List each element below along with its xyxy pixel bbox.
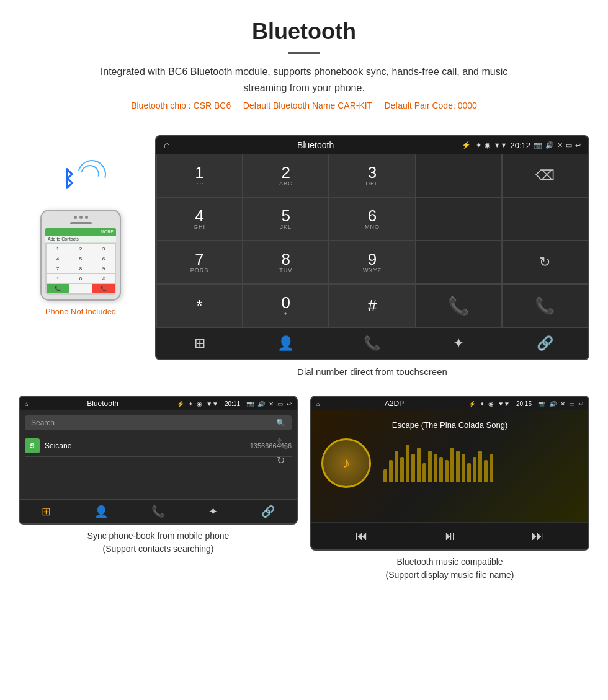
bt-wave-2 [73, 155, 112, 194]
prev-icon[interactable]: ⏮ [355, 529, 368, 543]
play-pause-icon[interactable]: ⏯ [444, 529, 456, 543]
phone-key-3[interactable]: 3 [92, 244, 115, 254]
pb-caption-line2: (Support contacts searching) [103, 544, 214, 554]
music-back-icon[interactable]: ↩ [578, 401, 583, 407]
dial-key-star[interactable]: * [156, 284, 243, 327]
music-caption-line2: (Support display music file name) [386, 570, 514, 580]
location-icon: ◉ [485, 141, 491, 149]
eq-bar [389, 460, 393, 482]
pb-phone-icon[interactable]: 📞 [151, 505, 165, 518]
phone-column: ᛒ MORE Add to Contacts 1 2 3 4 5 6 [19, 135, 143, 316]
phone-key-4[interactable]: 4 [47, 254, 69, 264]
phone-key-1[interactable]: 1 [47, 244, 69, 254]
pb-caption-line1: Sync phone-book from mobile phone [87, 531, 230, 541]
phone-dot-2 [79, 216, 83, 219]
phone-device: MORE Add to Contacts 1 2 3 4 5 6 7 8 9 *… [40, 210, 121, 301]
phone-key-9[interactable]: 9 [92, 264, 115, 273]
dial-refresh[interactable]: ↻ [502, 241, 588, 284]
dial-key-0[interactable]: 0+ [243, 284, 329, 327]
home-icon[interactable]: ⌂ [164, 140, 170, 151]
dial-backspace[interactable]: ⌫ [502, 154, 588, 197]
spec-name: Default Bluetooth Name CAR-KIT [243, 100, 372, 110]
pb-signal-icon: ▼▼ [206, 401, 218, 407]
eq-bar [450, 448, 454, 482]
status-time: 20:12 [510, 141, 530, 150]
pb-vol-icon: 🔊 [257, 401, 265, 407]
music-win-icon[interactable]: ▭ [569, 401, 574, 407]
dial-key-5[interactable]: 5JKL [243, 197, 329, 241]
phone-key-0[interactable]: 0 [69, 274, 92, 283]
music-body: Escape (The Pina Colada Song) ♪ [311, 410, 588, 522]
pb-call-side-icon[interactable]: 📞 [277, 438, 289, 450]
dialer-column: ⌂ Bluetooth ⚡ ✦ ◉ ▼▼ 20:12 📷 🔊 ✕ ▭ ↩ [155, 135, 589, 377]
eq-bar [400, 457, 404, 482]
album-art: ♪ [321, 438, 371, 488]
pb-home-icon[interactable]: ⌂ [25, 401, 29, 407]
phonebook-item: ⌂ Bluetooth ⚡ ✦ ◉ ▼▼ 20:11 📷 🔊 ✕ ▭ ↩ Sea… [19, 396, 298, 582]
phone-key-6[interactable]: 6 [92, 254, 115, 264]
camera-icon[interactable]: 📷 [534, 141, 542, 149]
phone-key-empty [69, 284, 92, 293]
dial-key-1[interactable]: 1∽∽ [156, 154, 243, 197]
phone-key-end[interactable]: 📞 [92, 284, 115, 293]
pb-search-box[interactable]: Search 🔍 [25, 415, 292, 430]
pb-time: 20:11 [225, 401, 240, 407]
action-bt-icon[interactable]: ✦ [443, 335, 474, 352]
pb-grid-icon[interactable]: ⊞ [42, 505, 51, 518]
eq-bar [439, 457, 443, 482]
equalizer [383, 445, 578, 482]
music-caption: Bluetooth music compatible (Support disp… [310, 556, 589, 582]
eq-bar [422, 463, 426, 482]
phone-key-hash[interactable]: # [92, 274, 115, 283]
music-close-icon[interactable]: ✕ [560, 401, 565, 407]
pb-cam-icon: 📷 [246, 401, 254, 407]
pb-link-icon[interactable]: 🔗 [261, 505, 275, 518]
pb-usb-icon: ⚡ [177, 401, 184, 407]
action-contacts-icon[interactable]: 👤 [270, 335, 302, 352]
phone-key-star[interactable]: * [47, 274, 69, 283]
pb-search-icon[interactable]: 🔍 [276, 419, 285, 427]
pb-close-icon[interactable]: ✕ [269, 401, 274, 407]
dialer-screen: ⌂ Bluetooth ⚡ ✦ ◉ ▼▼ 20:12 📷 🔊 ✕ ▭ ↩ [155, 135, 589, 360]
dial-key-2[interactable]: 2ABC [243, 154, 329, 197]
eq-bar [428, 451, 432, 482]
dial-call-red[interactable]: 📞 [502, 284, 588, 327]
pb-back-icon[interactable]: ↩ [287, 401, 292, 407]
dial-key-8[interactable]: 8TUV [243, 241, 329, 284]
next-icon[interactable]: ⏭ [532, 529, 544, 543]
pb-contacts-icon[interactable]: 👤 [94, 505, 108, 518]
phone-key-2[interactable]: 2 [69, 244, 92, 254]
pb-bt-bottom-icon[interactable]: ✦ [208, 505, 218, 518]
phone-key-8[interactable]: 8 [69, 264, 92, 273]
dialer-status-bar: ⌂ Bluetooth ⚡ ✦ ◉ ▼▼ 20:12 📷 🔊 ✕ ▭ ↩ [156, 136, 588, 154]
music-usb-icon: ⚡ [468, 401, 476, 407]
volume-icon[interactable]: 🔊 [545, 141, 554, 149]
dial-call-green[interactable]: 📞 [416, 284, 502, 327]
action-phone-icon[interactable]: 📞 [357, 335, 388, 352]
pb-contact-wrap: S Seicane 13566664466 📞 ↻ [25, 435, 292, 457]
dial-key-hash[interactable]: # [329, 284, 415, 327]
eq-bar [473, 457, 476, 482]
dial-key-9[interactable]: 9WXYZ [329, 241, 415, 284]
action-link-icon[interactable]: 🔗 [529, 335, 560, 352]
phone-key-7[interactable]: 7 [47, 264, 69, 273]
window-icon[interactable]: ▭ [566, 141, 572, 149]
pb-refresh-side-icon[interactable]: ↻ [277, 454, 289, 466]
music-item: ⌂ A2DP ⚡ ✦ ◉ ▼▼ 20:15 📷 🔊 ✕ ▭ ↩ Escape (… [310, 396, 589, 582]
pb-win-icon[interactable]: ▭ [277, 401, 283, 407]
music-status-bar: ⌂ A2DP ⚡ ✦ ◉ ▼▼ 20:15 📷 🔊 ✕ ▭ ↩ [311, 397, 588, 410]
eq-bar [478, 451, 482, 482]
dial-key-3[interactable]: 3DEF [329, 154, 415, 197]
dial-key-7[interactable]: 7PQRS [156, 241, 243, 284]
dial-key-4[interactable]: 4GHI [156, 197, 243, 241]
eq-bar [434, 454, 437, 482]
action-grid-icon[interactable]: ⊞ [184, 335, 215, 352]
music-home-icon[interactable]: ⌂ [316, 401, 320, 407]
bluetooth-waves: ᛒ [56, 154, 105, 203]
phone-key-5[interactable]: 5 [69, 254, 92, 264]
phone-key-call[interactable]: 📞 [47, 284, 69, 293]
dial-key-6[interactable]: 6MNO [329, 197, 415, 241]
phone-not-included-label: Phone Not Included [45, 307, 116, 316]
close-icon[interactable]: ✕ [557, 141, 563, 149]
back-icon[interactable]: ↩ [575, 141, 581, 149]
